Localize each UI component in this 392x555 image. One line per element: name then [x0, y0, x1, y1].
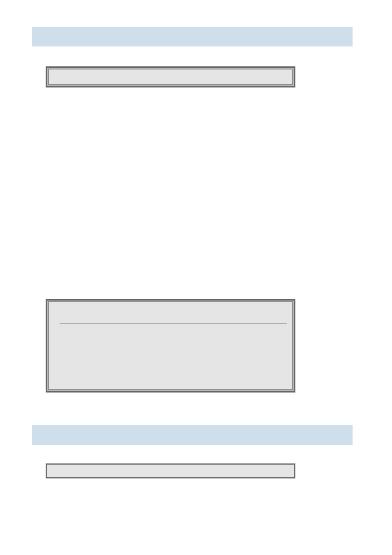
- divider-line: [60, 324, 287, 324]
- code-panel: [46, 464, 295, 478]
- section-heading-band: [32, 27, 353, 46]
- code-panel: [46, 67, 295, 87]
- section-heading-band: [32, 425, 353, 445]
- code-panel: [46, 299, 295, 392]
- document-page: [0, 0, 392, 555]
